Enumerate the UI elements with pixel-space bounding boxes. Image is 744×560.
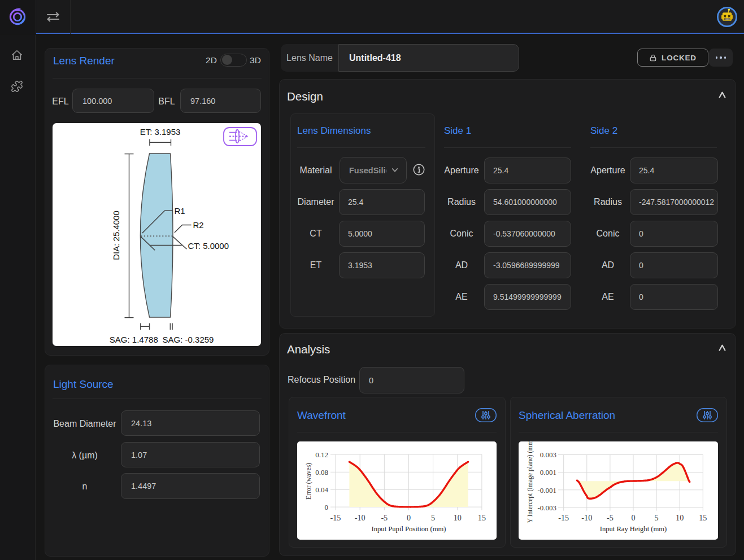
svg-text:0.04: 0.04 xyxy=(315,485,328,494)
svg-text:0.001: 0.001 xyxy=(540,468,556,476)
svg-text:10: 10 xyxy=(454,513,462,522)
svg-text:Error (waves): Error (waves) xyxy=(304,463,312,500)
svg-text:-15: -15 xyxy=(330,513,341,522)
svg-text:0: 0 xyxy=(325,503,329,511)
svg-text:0.12: 0.12 xyxy=(315,450,328,459)
svg-text:Input Ray Height (mm): Input Ray Height (mm) xyxy=(600,525,667,533)
svg-text:SAG: -0.3259: SAG: -0.3259 xyxy=(163,335,214,344)
svg-text:SAG: 1.4788: SAG: 1.4788 xyxy=(110,335,158,344)
svg-text:R2: R2 xyxy=(193,220,204,230)
svg-text:15: 15 xyxy=(699,513,707,522)
svg-text:0: 0 xyxy=(631,513,635,522)
svg-text:10: 10 xyxy=(676,513,684,522)
svg-text:-10: -10 xyxy=(581,513,592,522)
svg-text:-0.003: -0.003 xyxy=(537,504,556,512)
svg-text:0.08: 0.08 xyxy=(315,468,328,476)
svg-text:DIA: 25.4000: DIA: 25.4000 xyxy=(111,211,121,260)
svg-text:0: 0 xyxy=(407,513,411,522)
svg-text:-10: -10 xyxy=(355,513,366,522)
svg-text:-15: -15 xyxy=(558,513,569,522)
svg-text:Y Intercept (image plane) (mm): Y Intercept (image plane) (mm) xyxy=(526,441,534,523)
svg-text:-5: -5 xyxy=(607,513,614,522)
svg-text:-5: -5 xyxy=(381,513,388,522)
svg-text:-0.001: -0.001 xyxy=(537,486,556,495)
svg-text:0.003: 0.003 xyxy=(540,450,556,459)
svg-text:R1: R1 xyxy=(175,206,185,216)
svg-text:ET: 3.1953: ET: 3.1953 xyxy=(140,127,181,137)
svg-text:5: 5 xyxy=(431,513,435,522)
svg-text:CT: 5.0000: CT: 5.0000 xyxy=(188,241,229,251)
svg-text:Input Pupil Position (mm): Input Pupil Position (mm) xyxy=(372,525,446,533)
svg-text:15: 15 xyxy=(478,513,486,522)
svg-text:5: 5 xyxy=(655,513,659,522)
